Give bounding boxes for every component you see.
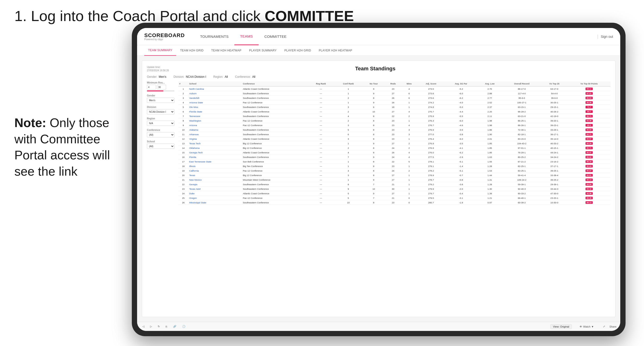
cell-conference: Pac-12 Conference	[242, 169, 308, 173]
cell-wins: 4	[401, 150, 417, 155]
conference-select[interactable]: (All)	[147, 132, 174, 137]
table-row: 10 Alabama Southeastern Conference — 5 8…	[178, 128, 610, 132]
sub-nav-team-h2h-grid[interactable]: TEAM H2H GRID	[176, 45, 207, 56]
cell-school[interactable]: Oregon	[188, 196, 242, 200]
cell-reg-rank: —	[308, 141, 334, 146]
cell-school[interactable]: Texas	[188, 173, 242, 177]
cell-adj-score: 276.9	[417, 141, 445, 146]
cell-school[interactable]: Florida	[188, 155, 242, 159]
region-select[interactable]: N/A	[147, 121, 174, 126]
cell-conference: Big 12 Conference	[242, 141, 308, 146]
cell-school[interactable]: Washington	[188, 118, 242, 123]
range-slider[interactable]	[147, 90, 174, 91]
cell-no-tour: 7	[362, 182, 385, 187]
gender-filter: Gender Men's	[147, 94, 174, 103]
cell-conference: Pac-12 Conference	[242, 118, 308, 123]
note-label: Note:	[14, 116, 46, 130]
cell-rank: 21	[178, 177, 188, 182]
cell-school[interactable]: Auburn	[188, 91, 242, 96]
cell-school[interactable]: Texas Tech	[188, 141, 242, 146]
cell-avg-sg: 1.98	[477, 118, 502, 123]
cell-rnds: 23	[385, 137, 401, 141]
cell-avg-par: -4.4	[445, 109, 477, 114]
watch-btn[interactable]: 👁 Watch ▼	[580, 325, 594, 328]
min-rounds-min-input[interactable]	[147, 85, 156, 89]
cell-school[interactable]: Mississippi State	[188, 200, 242, 205]
cell-wins: 4	[401, 109, 417, 114]
watch-label: Watch ▼	[583, 325, 594, 328]
sub-nav-player-h2h-grid[interactable]: PLAYER H2H GRID	[280, 45, 315, 56]
nav-teams[interactable]: TEAMS	[234, 28, 258, 45]
cell-school[interactable]: Virginia	[188, 137, 242, 141]
cell-school[interactable]: California	[188, 169, 242, 173]
filter-row: Gender: Men's Division: NCAA Division I …	[147, 75, 610, 78]
cell-conf-rank: 3	[334, 105, 362, 109]
cell-wins: 6	[401, 96, 417, 100]
min-rounds-max-input[interactable]	[157, 85, 166, 89]
division-select[interactable]: NCAA Division I	[147, 109, 174, 114]
cell-school[interactable]: Tennessee	[188, 114, 242, 118]
cell-school[interactable]: Vanderbilt	[188, 96, 242, 100]
cell-overall: 109-24-2	[502, 177, 541, 182]
toolbar-link[interactable]: 🔗	[172, 324, 178, 329]
refresh-icon: ↻	[158, 325, 160, 328]
nav-tournaments[interactable]: TOURNAMENTS	[194, 28, 234, 45]
cell-rank: 23	[178, 187, 188, 191]
sub-nav-player-h2h-heatmap[interactable]: PLAYER H2H HEATMAP	[315, 45, 356, 56]
gender-filter-label: Gender	[147, 94, 174, 97]
cell-school[interactable]: Duke	[188, 191, 242, 196]
cell-conf-rank: 1	[334, 91, 362, 96]
sub-nav-team-summary[interactable]: TEAM SUMMARY	[144, 45, 176, 56]
table-row: 9 Arizona Pac-12 Conference — 3 8 23 4 2…	[178, 123, 610, 128]
cell-school[interactable]: Georgia	[188, 182, 242, 187]
cell-school[interactable]: Texas A&M	[188, 187, 242, 191]
cell-school[interactable]: Illinois	[188, 164, 242, 169]
cell-conf-rank: 1	[334, 159, 362, 164]
toolbar-forward[interactable]: ▷	[148, 324, 154, 329]
school-select[interactable]: (All)	[147, 144, 174, 149]
cell-adj-score: 279.7	[417, 191, 445, 196]
cell-conference: Big 12 Conference	[242, 146, 308, 150]
cell-school[interactable]: Oklahoma	[188, 146, 242, 150]
cell-conf-rank: 1	[334, 164, 362, 169]
sub-nav-team-h2h-heatmap[interactable]: TEAM H2H HEATMAP	[207, 45, 245, 56]
cell-vs-top25: 29-39-1	[541, 182, 568, 187]
view-original-btn[interactable]: View: Original	[550, 324, 572, 329]
cell-school[interactable]: East Tennessee State	[188, 159, 242, 164]
col-avg-low: Avg. Low	[477, 81, 502, 86]
cell-school[interactable]: Arkansas	[188, 132, 242, 137]
gender-select[interactable]: Men's	[147, 98, 174, 103]
cell-school[interactable]: Arizona	[188, 123, 242, 128]
cell-wins: 4	[401, 123, 417, 128]
nav-committee[interactable]: COMMITTEE	[258, 28, 292, 45]
cell-school[interactable]: North Carolina	[188, 86, 242, 91]
toolbar-copy[interactable]: ⎘	[164, 325, 169, 329]
cell-avg-sg: 2.88	[477, 91, 502, 96]
cell-rank: 16	[178, 155, 188, 159]
toolbar-expand[interactable]: ⤢	[602, 324, 606, 329]
toolbar-clock[interactable]: 🕐	[181, 324, 187, 329]
col-rank: #	[178, 81, 188, 86]
cell-reg-rank: —	[308, 159, 334, 164]
cell-school[interactable]: Alabama	[188, 128, 242, 132]
cell-school[interactable]: Arizona State	[188, 100, 242, 105]
toolbar-back[interactable]: ◁	[141, 324, 146, 329]
forward-icon: ▷	[150, 325, 152, 328]
cell-avg-par: -1.4	[445, 164, 477, 169]
sign-out-link[interactable]: Sign out	[601, 35, 613, 38]
cell-wins: 2	[401, 146, 417, 150]
cell-vs-top25: 30-25-1	[541, 100, 568, 105]
cell-school[interactable]: New Mexico	[188, 177, 242, 182]
cell-wins: 1	[401, 137, 417, 141]
toolbar-refresh[interactable]: ↻	[156, 324, 161, 329]
school-filter: School (All)	[147, 140, 174, 149]
cell-school[interactable]: Ole Miss	[188, 105, 242, 109]
share-btn[interactable]: Share	[610, 325, 616, 328]
sub-nav-player-summary[interactable]: PLAYER SUMMARY	[245, 45, 280, 56]
cell-school[interactable]: Florida State	[188, 109, 242, 114]
step-text-before: Log into the Coach Portal and click	[27, 8, 265, 24]
cell-school[interactable]: Georgia Tech	[188, 150, 242, 155]
cell-avg-sg: 1.39	[477, 191, 502, 196]
cell-conf-rank: 2	[334, 96, 362, 100]
cell-adj-score: 279.1	[417, 164, 445, 169]
